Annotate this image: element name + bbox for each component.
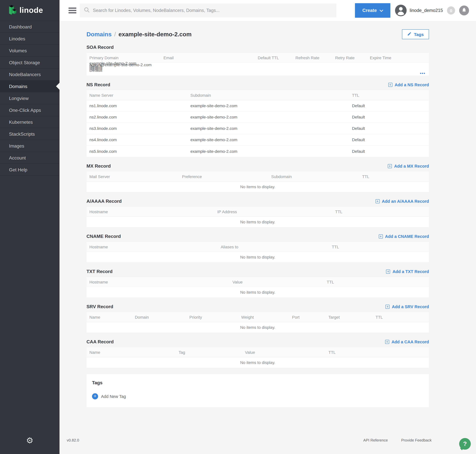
table-cell: example-site-demo-2.com [190,137,352,142]
sidebar-item-dashboard[interactable]: Dashboard [0,21,60,32]
add-new-tag-button[interactable]: Add New Tag [92,393,126,399]
search-icon [84,7,90,14]
table-cell: Default [352,149,426,153]
table-cell: ns1.linode.com [89,103,190,108]
table-cell: ns5.linode.com [89,149,190,153]
sidebar-item-longview[interactable]: Longview [0,92,60,104]
pencil-icon [407,32,412,37]
breadcrumb-domains-link[interactable]: Domains [87,31,112,38]
sidebar-item-linodes[interactable]: Linodes [0,32,60,45]
provide-feedback-link[interactable]: Provide Feedback [401,438,431,442]
main-column: Create linode_demo215 0 [60,0,476,454]
mx-record-section: MX Record Add a MX Record Mail Server Pr… [87,161,429,192]
column-header: Value [232,280,327,284]
add-ns-record-link[interactable]: Add a NS Record [388,83,429,87]
column-header: Hostname [89,244,221,249]
a-aaaa-record-section: A/AAAA Record Add an A/AAAA Record Hostn… [87,196,429,227]
ns-record-table: Name Server Subdomain TTL ns1.linode.com… [87,90,429,157]
row-actions-menu-icon[interactable]: ••• [420,71,425,76]
column-header: Hostname [89,209,217,214]
section-title: TXT Record [87,269,113,274]
table-row: ns2.linode.com example-site-demo-2.com D… [87,112,429,123]
sidebar-item-volumes[interactable]: Volumes [0,45,60,56]
sidebar-item-stackscripts[interactable]: StackScripts [0,128,60,140]
plus-square-icon [388,83,392,87]
column-header: TTL [332,244,426,249]
sidebar-item-nodebalancers[interactable]: NodeBalancers [0,68,60,80]
table-cell: example-site-demo-2.com [190,115,352,119]
column-header: Subdomain [271,174,362,179]
add-a-aaaa-record-link[interactable]: Add an A/AAAA Record [375,199,429,204]
linode-logo[interactable]: linode [0,0,60,21]
viewport: linode Dashboard Linodes Volumes Object … [0,0,476,454]
help-button[interactable]: ? [459,438,471,450]
add-cname-record-link[interactable]: Add a CNAME Record [379,234,429,239]
notification-count-badge[interactable]: 0 [447,6,455,15]
txt-record-section: TXT Record Add a TXT Record Hostname Val… [87,267,429,297]
column-header: Expire Time [370,55,404,60]
column-header: Email [164,55,258,60]
settings-gear-button[interactable]: ⚙ [0,436,60,445]
add-mx-record-link[interactable]: Add a MX Record [388,164,429,168]
sidebar-item-account[interactable]: Account [0,152,60,164]
table-cell: ns4.linode.com [89,137,190,142]
add-caa-record-link[interactable]: Add a CAA Record [385,340,429,344]
api-reference-link[interactable]: API Reference [363,438,388,442]
bell-icon [461,7,467,14]
table-cell: ns2.linode.com [89,115,190,119]
notifications-bell-button[interactable] [459,6,469,15]
hamburger-menu-button[interactable] [68,6,76,15]
column-header: Refresh Rate [296,55,335,60]
table-cell: ns3.linode.com [89,126,190,131]
breadcrumb-row: Domains / example-site-demo-2.com Tags [87,28,429,41]
section-title: A/AAAA Record [87,199,122,204]
table-cell: Default [352,137,426,142]
add-srv-record-link[interactable]: Add a SRV Record [386,304,429,309]
app-version: v0.82.0 [67,438,79,442]
column-header: Value [245,350,328,355]
mx-record-table: Mail Server Preference Subdomain TTL No … [87,172,429,192]
user-avatar[interactable] [395,5,407,16]
edit-tags-button[interactable]: Tags [402,29,429,39]
section-title: CAA Record [87,339,114,345]
gear-icon: ⚙ [26,436,33,445]
add-txt-record-link[interactable]: Add a TXT Record [386,269,429,274]
linode-cloud-manager: linode Dashboard Linodes Volumes Object … [0,0,476,454]
empty-state-text: No items to display. [87,287,429,297]
table-cell: Default [352,115,426,119]
search-input[interactable] [93,8,333,13]
column-header: Retry Rate [335,55,370,60]
column-header: Domain [135,315,189,319]
cname-record-table: Hostname Aliases to TTL No items to disp… [87,242,429,262]
sidebar-item-one-click-apps[interactable]: One-Click Apps [0,104,60,116]
top-bar: Create linode_demo215 0 [60,0,476,21]
column-header: TTL [327,280,426,284]
plus-circle-icon [92,393,98,399]
sidebar-nav: Dashboard Linodes Volumes Object Storage… [0,21,60,176]
soa-record-section: SOA Record Primary Domain Email Default … [87,42,429,76]
create-button[interactable]: Create [355,3,391,18]
tags-panel: Tags Add New Tag [87,374,429,407]
sidebar-item-kubernetes[interactable]: Kubernetes [0,116,60,128]
plus-square-icon [385,340,389,344]
plus-square-icon [386,270,390,274]
sidebar-item-get-help[interactable]: Get Help [0,164,60,175]
plus-square-icon [375,199,379,203]
sidebar-item-domains[interactable]: Domains [0,80,60,92]
table-row: ns1.linode.com example-site-demo-2.com D… [87,100,429,112]
username-label[interactable]: linode_demo215 [410,8,443,13]
column-header: Default TTL [258,55,296,60]
page-title: example-site-demo-2.com [119,31,192,38]
section-title: MX Record [87,164,111,169]
sidebar: linode Dashboard Linodes Volumes Object … [0,0,60,454]
column-header: Primary Domain [89,55,164,60]
column-header: Target [328,315,376,319]
footer: v0.82.0 API Reference Provide Feedback [60,438,476,442]
column-header: TTL [376,315,426,319]
column-header: Name [89,350,179,355]
sidebar-item-images[interactable]: Images [0,140,60,152]
chevron-down-icon [380,8,383,13]
sidebar-item-object-storage[interactable]: Object Storage [0,56,60,68]
column-header: Preference [182,174,271,179]
table-cell: example-site-demo-2.com [190,103,352,108]
